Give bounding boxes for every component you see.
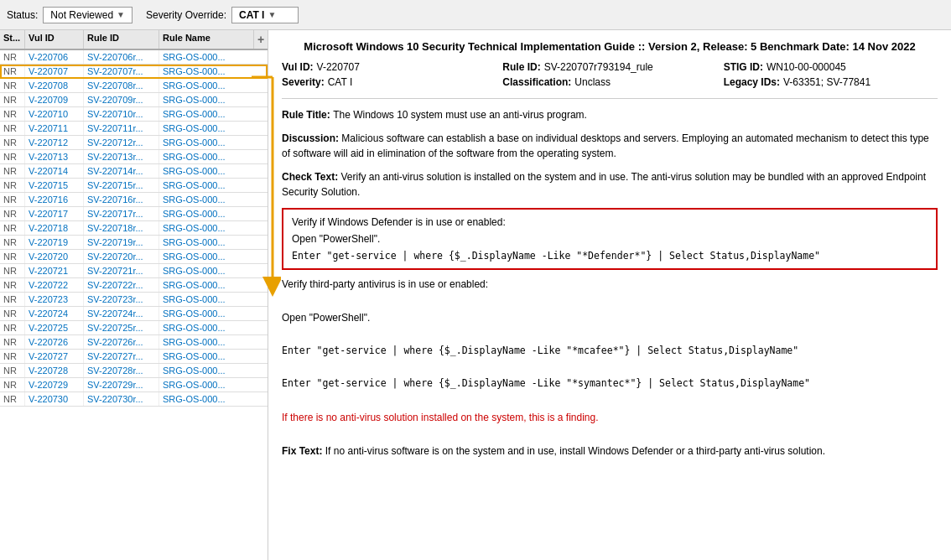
left-panel: St... Vul ID Rule ID Rule Name + NR V-22… xyxy=(0,30,268,560)
row-rulename: SRG-OS-000... xyxy=(159,107,268,121)
severity-dropdown[interactable]: CAT I ▼ xyxy=(231,7,299,23)
meta-vulid: Vul ID: V-220707 xyxy=(282,61,496,73)
status-dropdown[interactable]: Not Reviewed ▼ xyxy=(43,7,133,23)
row-rulename: SRG-OS-000... xyxy=(159,278,268,292)
row-ruleid: SV-220722r... xyxy=(84,278,159,292)
check-text-value: Verify an anti-virus solution is install… xyxy=(282,171,926,198)
row-ruleid: SV-220721r... xyxy=(84,264,159,277)
table-row[interactable]: NR V-220713 SV-220713r... SRG-OS-000... xyxy=(0,150,268,164)
row-status: NR xyxy=(0,93,25,106)
table-row[interactable]: NR V-220722 SV-220722r... SRG-OS-000... xyxy=(0,278,268,293)
meta-classification-label: Classification: xyxy=(502,76,571,88)
table-row[interactable]: NR V-220727 SV-220727r... SRG-OS-000... xyxy=(0,350,268,364)
row-status: NR xyxy=(0,207,25,220)
table-row[interactable]: NR V-220726 SV-220726r... SRG-OS-000... xyxy=(0,335,268,350)
row-vulid: V-220714 xyxy=(25,164,84,178)
row-rulename: SRG-OS-000... xyxy=(159,221,268,235)
row-ruleid: SV-220707r... xyxy=(84,65,159,78)
meta-legacyids-value: V-63351; SV-77841 xyxy=(783,76,870,88)
detail-title: Microsoft Windows 10 Security Technical … xyxy=(282,40,938,53)
row-rulename: SRG-OS-000... xyxy=(159,164,268,178)
row-vulid: V-220722 xyxy=(25,278,84,292)
row-status: NR xyxy=(0,107,25,121)
check-text-label: Check Text: xyxy=(282,171,340,183)
row-vulid: V-220708 xyxy=(25,79,84,92)
row-rulename: SRG-OS-000... xyxy=(159,179,268,192)
app-container: Status: Not Reviewed ▼ Severity Override… xyxy=(0,0,951,560)
row-vulid: V-220706 xyxy=(25,50,84,64)
meta-stigid: STIG ID: WN10-00-000045 xyxy=(724,61,938,73)
meta-ruleid: Rule ID: SV-220707r793194_rule xyxy=(502,61,716,73)
table-row[interactable]: NR V-220707 SV-220707r... SRG-OS-000... xyxy=(0,65,268,79)
row-vulid: V-220724 xyxy=(25,307,84,320)
row-ruleid: SV-220719r... xyxy=(84,236,159,249)
table-row[interactable]: NR V-220724 SV-220724r... SRG-OS-000... xyxy=(0,307,268,321)
status-group: Status: Not Reviewed ▼ xyxy=(7,7,133,23)
row-status: NR xyxy=(0,236,25,249)
meta-vulid-value: V-220707 xyxy=(317,61,360,73)
discussion-label: Discussion: xyxy=(282,132,341,144)
row-rulename: SRG-OS-000... xyxy=(159,93,268,106)
table-row[interactable]: NR V-220730 SV-220730r... SRG-OS-000... xyxy=(0,392,268,407)
row-vulid: V-220720 xyxy=(25,250,84,263)
table-row[interactable]: NR V-220710 SV-220710r... SRG-OS-000... xyxy=(0,107,268,122)
table-row[interactable]: NR V-220719 SV-220719r... SRG-OS-000... xyxy=(0,236,268,250)
meta-stigid-label: STIG ID: xyxy=(724,61,763,73)
row-vulid: V-220707 xyxy=(25,65,84,78)
table-row[interactable]: NR V-220716 SV-220716r... SRG-OS-000... xyxy=(0,193,268,207)
fix-text-section: Fix Text: If no anti-virus software is o… xyxy=(282,443,938,459)
table-row[interactable]: NR V-220708 SV-220708r... SRG-OS-000... xyxy=(0,79,268,93)
table-row[interactable]: NR V-220715 SV-220715r... SRG-OS-000... xyxy=(0,179,268,193)
table-row[interactable]: NR V-220714 SV-220714r... SRG-OS-000... xyxy=(0,164,268,179)
row-vulid: V-220728 xyxy=(25,364,84,377)
table-row[interactable]: NR V-220725 SV-220725r... SRG-OS-000... xyxy=(0,321,268,335)
row-vulid: V-220730 xyxy=(25,392,84,406)
status-value: Not Reviewed xyxy=(50,9,113,21)
row-status: NR xyxy=(0,307,25,320)
table-row[interactable]: NR V-220717 SV-220717r... SRG-OS-000... xyxy=(0,207,268,221)
row-ruleid: SV-220723r... xyxy=(84,293,159,306)
table-row[interactable]: NR V-220706 SV-220706r... SRG-OS-000... xyxy=(0,50,268,65)
row-vulid: V-220716 xyxy=(25,193,84,206)
row-status: NR xyxy=(0,364,25,377)
rule-title-section: Rule Title: The Windows 10 system must u… xyxy=(282,107,938,122)
right-panel[interactable]: Microsoft Windows 10 Security Technical … xyxy=(268,30,951,560)
table-row[interactable]: NR V-220720 SV-220720r... SRG-OS-000... xyxy=(0,250,268,264)
row-vulid: V-220712 xyxy=(25,136,84,149)
row-rulename: SRG-OS-000... xyxy=(159,350,268,363)
table-row[interactable]: NR V-220721 SV-220721r... SRG-OS-000... xyxy=(0,264,268,278)
row-status: NR xyxy=(0,392,25,406)
divider-1 xyxy=(282,98,938,99)
after-highlight-section: Verify third-party antivirus is in use o… xyxy=(282,277,938,459)
meta-legacyids-label: Legacy IDs: xyxy=(724,76,780,88)
highlight-line-3: Enter "get-service | where {$_.DisplayNa… xyxy=(292,250,928,262)
row-status: NR xyxy=(0,350,25,363)
table-row[interactable]: NR V-220729 SV-220729r... SRG-OS-000... xyxy=(0,378,268,392)
meta-classification-value: Unclass xyxy=(574,76,611,88)
table-row[interactable]: NR V-220723 SV-220723r... SRG-OS-000... xyxy=(0,293,268,307)
table-row[interactable]: NR V-220712 SV-220712r... SRG-OS-000... xyxy=(0,136,268,150)
row-ruleid: SV-220730r... xyxy=(84,392,159,406)
table-row[interactable]: NR V-220728 SV-220728r... SRG-OS-000... xyxy=(0,364,268,378)
row-status: NR xyxy=(0,50,25,64)
table-row[interactable]: NR V-220709 SV-220709r... SRG-OS-000... xyxy=(0,93,268,107)
table-row[interactable]: NR V-220718 SV-220718r... SRG-OS-000... xyxy=(0,221,268,236)
meta-stigid-value: WN10-00-000045 xyxy=(767,61,846,73)
row-ruleid: SV-220711r... xyxy=(84,122,159,135)
row-status: NR xyxy=(0,79,25,92)
row-ruleid: SV-220726r... xyxy=(84,335,159,349)
row-ruleid: SV-220727r... xyxy=(84,350,159,363)
table-row[interactable]: NR V-220711 SV-220711r... SRG-OS-000... xyxy=(0,122,268,136)
table-body[interactable]: NR V-220706 SV-220706r... SRG-OS-000... … xyxy=(0,50,268,560)
row-status: NR xyxy=(0,264,25,277)
after-highlight-line: Enter "get-service | where {$_.DisplayNa… xyxy=(282,376,938,391)
row-ruleid: SV-220715r... xyxy=(84,179,159,192)
meta-severity-value: CAT I xyxy=(328,76,353,88)
row-status: NR xyxy=(0,136,25,149)
meta-severity: Severity: CAT I xyxy=(282,76,496,88)
row-status: NR xyxy=(0,278,25,292)
row-status: NR xyxy=(0,250,25,263)
col-rulename: Rule Name xyxy=(159,30,254,49)
row-ruleid: SV-220718r... xyxy=(84,221,159,235)
row-ruleid: SV-220712r... xyxy=(84,136,159,149)
